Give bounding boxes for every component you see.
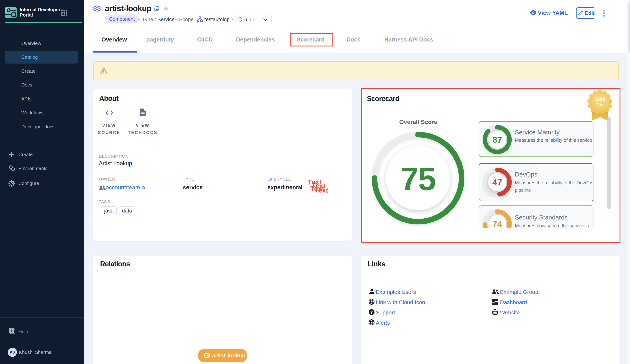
svg-text:74: 74 [492, 219, 502, 228]
svg-text:?: ? [370, 310, 373, 314]
svg-text:87: 87 [492, 135, 502, 144]
svg-text:75: 75 [400, 161, 436, 197]
svg-text:Gold: Gold [595, 96, 605, 102]
svg-text:?: ? [10, 329, 12, 332]
svg-text:Tier: Tier [596, 102, 604, 107]
svg-text:47: 47 [492, 178, 502, 187]
